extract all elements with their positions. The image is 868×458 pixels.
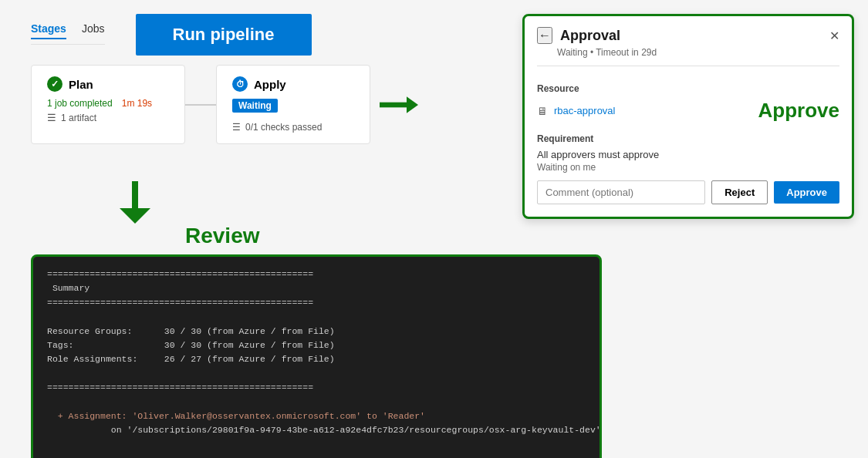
approval-dialog: ← Approval ✕ Waiting • Timeout in 29d Re… [522,14,854,219]
resource-label: Resource [537,83,839,94]
plan-card-title: ✓ Plan [47,76,169,92]
waiting-on-me: Waiting on me [537,162,839,173]
apply-title-text: Apply [254,78,286,91]
svg-marker-1 [407,96,418,113]
dialog-subtitle: Waiting • Timeout in 29d [545,47,852,58]
run-pipeline-button[interactable]: Run pipeline [136,14,312,56]
requirement-label: Requirement [537,133,839,144]
plan-check-icon: ✓ [47,76,62,92]
dialog-header: ← Approval ✕ [525,16,852,47]
review-label: Review [185,224,260,248]
terminal-line-2: Summary [47,281,586,295]
plan-artifact-text: 1 artifact [61,113,96,123]
terminal-line-11: + Assignment: 'Oliver.Walker@osservantex… [47,409,586,423]
tab-jobs[interactable]: Jobs [82,22,105,39]
terminal-line-10 [47,396,586,409]
plan-artifact-row: ☰ 1 artifact [47,112,169,123]
approve-button[interactable]: Approve [774,181,839,204]
dialog-title-text: Approval [560,28,620,44]
terminal-line-4 [47,310,586,324]
svg-rect-2 [132,181,138,210]
checks-icon: ☰ [232,122,241,133]
terminal-area: ========================================… [31,254,602,458]
connector-line [185,104,216,106]
apply-card: ⏱ Apply Waiting ☰ 0/1 checks passed [216,65,370,144]
checks-text: 0/1 checks passed [245,122,322,133]
apply-clock-icon: ⏱ [232,76,248,92]
green-arrow-right [370,93,427,116]
plan-job-completed: 1 job completed [47,98,113,109]
plan-title-text: Plan [69,78,93,91]
terminal-line-3: ========================================… [47,296,586,310]
resource-approve-row: 🖥 rbac-approval Approve [537,99,839,123]
reject-button[interactable]: Reject [711,180,768,204]
artifact-icon: ☰ [47,112,56,123]
plan-meta: 1 job completed 1m 19s [47,98,169,109]
tab-stages[interactable]: Stages [31,22,66,39]
terminal-line-1: ========================================… [47,268,586,281]
checks-row: ☰ 0/1 checks passed [232,122,354,133]
terminal-line-9: ========================================… [47,381,586,395]
down-arrow-icon [120,181,150,224]
dialog-title-area: ← Approval [537,27,620,44]
terminal-line-7: Role Assignments: 26 / 27 (from Azure / … [47,352,586,366]
terminal-line-13 [47,438,586,452]
dialog-close-button[interactable]: ✕ [829,29,839,43]
dialog-back-button[interactable]: ← [537,27,552,44]
terminal-line-8 [47,367,586,381]
plan-card: ✓ Plan 1 job completed 1m 19s ☰ 1 artifa… [31,65,185,144]
down-arrow-area [120,181,150,224]
resource-icon: 🖥 [537,105,548,117]
tabs-area: Stages Jobs [31,22,105,48]
svg-rect-0 [380,102,407,107]
terminal-line-5: Resource Groups: 30 / 30 (from Azure / f… [47,325,586,338]
waiting-badge: Waiting [232,99,278,113]
resource-link[interactable]: rbac-approval [554,105,616,116]
terminal-line-12: on '/subscriptions/29801f9a-9479-43be-a6… [47,423,586,437]
plan-time: 1m 19s [122,98,152,109]
resource-row: 🖥 rbac-approval [537,105,616,117]
terminal-line-6: Tags: 30 / 30 (from Azure / from File) [47,338,586,352]
comment-input[interactable] [537,180,705,204]
svg-marker-3 [120,208,150,224]
requirement-text: All approvers must approve [537,149,839,160]
dialog-footer: Reject Approve [537,180,839,204]
dialog-body: Resource 🖥 rbac-approval Approve Require… [525,71,852,217]
apply-card-title: ⏱ Apply [232,76,354,92]
approve-green-label: Approve [758,99,839,123]
tab-row: Stages Jobs [31,22,105,39]
